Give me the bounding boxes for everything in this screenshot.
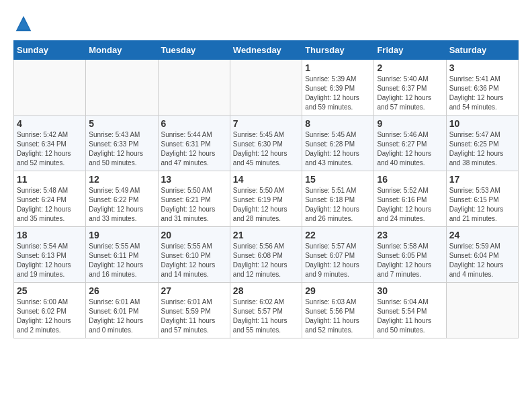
calendar-cell: 9Sunrise: 5:46 AMSunset: 6:27 PMDaylight… <box>374 116 446 171</box>
calendar-week-row: 18Sunrise: 5:54 AMSunset: 6:13 PMDayligh… <box>14 227 519 283</box>
calendar-cell: 5Sunrise: 5:43 AMSunset: 6:33 PMDaylight… <box>86 116 158 171</box>
day-info: Sunrise: 5:48 AMSunset: 6:24 PMDaylight:… <box>17 186 83 224</box>
day-number: 6 <box>161 118 227 129</box>
day-number: 4 <box>17 118 83 129</box>
calendar-week-row: 4Sunrise: 5:42 AMSunset: 6:34 PMDaylight… <box>14 116 519 171</box>
day-info: Sunrise: 5:51 AMSunset: 6:18 PMDaylight:… <box>305 186 371 224</box>
logo <box>13 13 36 34</box>
day-info: Sunrise: 5:55 AMSunset: 6:11 PMDaylight:… <box>89 242 154 279</box>
day-info: Sunrise: 5:50 AMSunset: 6:19 PMDaylight:… <box>233 186 299 224</box>
day-number: 11 <box>17 174 83 185</box>
calendar-cell: 1Sunrise: 5:39 AMSunset: 6:39 PMDaylight… <box>302 60 374 116</box>
day-number: 26 <box>89 285 154 296</box>
calendar-cell: 8Sunrise: 5:45 AMSunset: 6:28 PMDaylight… <box>302 116 374 171</box>
calendar-cell: 7Sunrise: 5:45 AMSunset: 6:30 PMDaylight… <box>230 116 302 171</box>
calendar-cell: 4Sunrise: 5:42 AMSunset: 6:34 PMDaylight… <box>14 116 86 171</box>
calendar-cell: 19Sunrise: 5:55 AMSunset: 6:11 PMDayligh… <box>86 227 158 283</box>
day-number: 15 <box>305 174 371 185</box>
day-info: Sunrise: 6:03 AMSunset: 5:56 PMDaylight:… <box>305 298 371 335</box>
calendar-cell: 12Sunrise: 5:49 AMSunset: 6:22 PMDayligh… <box>86 171 158 227</box>
calendar-week-row: 1Sunrise: 5:39 AMSunset: 6:39 PMDaylight… <box>14 60 519 116</box>
day-number: 3 <box>449 62 515 73</box>
day-number: 19 <box>89 230 154 240</box>
page-header <box>13 13 519 34</box>
day-number: 30 <box>377 285 443 296</box>
calendar-cell: 24Sunrise: 5:59 AMSunset: 6:04 PMDayligh… <box>446 227 518 283</box>
day-info: Sunrise: 5:53 AMSunset: 6:15 PMDaylight:… <box>449 186 515 224</box>
day-info: Sunrise: 5:45 AMSunset: 6:28 PMDaylight:… <box>305 130 371 168</box>
day-info: Sunrise: 6:01 AMSunset: 6:01 PMDaylight:… <box>89 298 154 335</box>
calendar-cell: 29Sunrise: 6:03 AMSunset: 5:56 PMDayligh… <box>302 283 374 338</box>
day-info: Sunrise: 5:40 AMSunset: 6:37 PMDaylight:… <box>377 75 443 112</box>
calendar-cell <box>86 60 158 116</box>
day-info: Sunrise: 5:59 AMSunset: 6:04 PMDaylight:… <box>449 242 515 279</box>
calendar-cell: 10Sunrise: 5:47 AMSunset: 6:25 PMDayligh… <box>446 116 518 171</box>
day-info: Sunrise: 6:01 AMSunset: 5:59 PMDaylight:… <box>161 298 227 335</box>
day-number: 28 <box>233 285 299 296</box>
calendar-cell: 26Sunrise: 6:01 AMSunset: 6:01 PMDayligh… <box>86 283 158 338</box>
day-info: Sunrise: 5:45 AMSunset: 6:30 PMDaylight:… <box>233 130 299 168</box>
calendar-table: SundayMondayTuesdayWednesdayThursdayFrid… <box>13 40 519 338</box>
calendar-cell: 13Sunrise: 5:50 AMSunset: 6:21 PMDayligh… <box>158 171 230 227</box>
day-number: 9 <box>377 118 443 129</box>
calendar-cell: 17Sunrise: 5:53 AMSunset: 6:15 PMDayligh… <box>446 171 518 227</box>
day-number: 12 <box>89 174 154 185</box>
day-number: 17 <box>449 174 515 185</box>
day-info: Sunrise: 5:57 AMSunset: 6:07 PMDaylight:… <box>305 242 371 279</box>
weekday-header: Tuesday <box>158 41 230 60</box>
day-info: Sunrise: 5:58 AMSunset: 6:05 PMDaylight:… <box>377 242 443 279</box>
day-number: 22 <box>305 230 371 240</box>
day-info: Sunrise: 5:46 AMSunset: 6:27 PMDaylight:… <box>377 130 443 168</box>
calendar-cell: 27Sunrise: 6:01 AMSunset: 5:59 PMDayligh… <box>158 283 230 338</box>
day-info: Sunrise: 5:55 AMSunset: 6:10 PMDaylight:… <box>161 242 227 279</box>
calendar-cell: 18Sunrise: 5:54 AMSunset: 6:13 PMDayligh… <box>14 227 86 283</box>
day-info: Sunrise: 6:00 AMSunset: 6:02 PMDaylight:… <box>17 298 83 335</box>
calendar-week-row: 25Sunrise: 6:00 AMSunset: 6:02 PMDayligh… <box>14 283 519 338</box>
day-info: Sunrise: 5:41 AMSunset: 6:36 PMDaylight:… <box>449 75 515 112</box>
calendar-cell <box>446 283 518 338</box>
calendar-cell: 23Sunrise: 5:58 AMSunset: 6:05 PMDayligh… <box>374 227 446 283</box>
calendar-cell: 11Sunrise: 5:48 AMSunset: 6:24 PMDayligh… <box>14 171 86 227</box>
day-info: Sunrise: 5:39 AMSunset: 6:39 PMDaylight:… <box>305 75 371 112</box>
calendar-cell: 2Sunrise: 5:40 AMSunset: 6:37 PMDaylight… <box>374 60 446 116</box>
calendar-cell: 21Sunrise: 5:56 AMSunset: 6:08 PMDayligh… <box>230 227 302 283</box>
calendar-cell: 15Sunrise: 5:51 AMSunset: 6:18 PMDayligh… <box>302 171 374 227</box>
weekday-header: Sunday <box>14 41 86 60</box>
day-number: 13 <box>161 174 227 185</box>
day-info: Sunrise: 5:43 AMSunset: 6:33 PMDaylight:… <box>89 130 154 168</box>
day-number: 10 <box>449 118 515 129</box>
day-number: 14 <box>233 174 299 185</box>
calendar-cell: 16Sunrise: 5:52 AMSunset: 6:16 PMDayligh… <box>374 171 446 227</box>
calendar-cell <box>230 60 302 116</box>
day-info: Sunrise: 5:52 AMSunset: 6:16 PMDaylight:… <box>377 186 443 224</box>
calendar-cell: 20Sunrise: 5:55 AMSunset: 6:10 PMDayligh… <box>158 227 230 283</box>
day-number: 2 <box>377 62 443 73</box>
logo-icon <box>13 13 34 34</box>
calendar-cell: 6Sunrise: 5:44 AMSunset: 6:31 PMDaylight… <box>158 116 230 171</box>
day-info: Sunrise: 5:50 AMSunset: 6:21 PMDaylight:… <box>161 186 227 224</box>
calendar-cell: 14Sunrise: 5:50 AMSunset: 6:19 PMDayligh… <box>230 171 302 227</box>
day-info: Sunrise: 5:56 AMSunset: 6:08 PMDaylight:… <box>233 242 299 279</box>
day-info: Sunrise: 6:02 AMSunset: 5:57 PMDaylight:… <box>233 298 299 335</box>
day-info: Sunrise: 5:54 AMSunset: 6:13 PMDaylight:… <box>17 242 83 279</box>
calendar-cell: 25Sunrise: 6:00 AMSunset: 6:02 PMDayligh… <box>14 283 86 338</box>
day-number: 16 <box>377 174 443 185</box>
day-number: 7 <box>233 118 299 129</box>
svg-marker-1 <box>17 19 30 30</box>
day-number: 27 <box>161 285 227 296</box>
day-number: 1 <box>305 62 371 73</box>
weekday-header-row: SundayMondayTuesdayWednesdayThursdayFrid… <box>14 41 519 60</box>
calendar-cell <box>158 60 230 116</box>
day-number: 21 <box>233 230 299 240</box>
calendar-cell: 28Sunrise: 6:02 AMSunset: 5:57 PMDayligh… <box>230 283 302 338</box>
calendar-cell: 22Sunrise: 5:57 AMSunset: 6:07 PMDayligh… <box>302 227 374 283</box>
calendar-cell: 30Sunrise: 6:04 AMSunset: 5:54 PMDayligh… <box>374 283 446 338</box>
calendar-week-row: 11Sunrise: 5:48 AMSunset: 6:24 PMDayligh… <box>14 171 519 227</box>
day-number: 18 <box>17 230 83 240</box>
weekday-header: Thursday <box>302 41 374 60</box>
day-number: 23 <box>377 230 443 240</box>
day-number: 24 <box>449 230 515 240</box>
day-info: Sunrise: 5:47 AMSunset: 6:25 PMDaylight:… <box>449 130 515 168</box>
day-number: 20 <box>161 230 227 240</box>
day-number: 25 <box>17 285 83 296</box>
